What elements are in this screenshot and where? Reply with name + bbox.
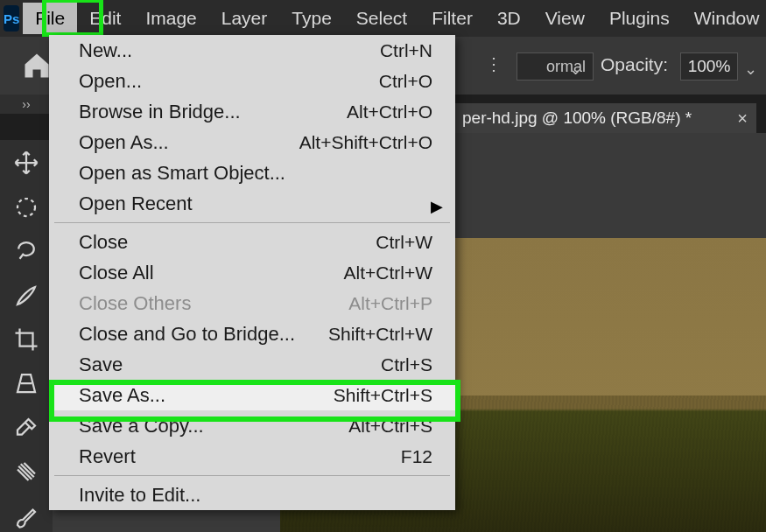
menu-file[interactable]: File <box>23 3 77 34</box>
perspective-tool[interactable] <box>9 368 44 399</box>
menu-separator <box>54 475 450 476</box>
chevron-down-icon: ⌄ <box>744 60 757 79</box>
move-tool[interactable] <box>9 147 44 178</box>
healing-tool[interactable] <box>9 456 44 487</box>
menu-item-label: Revert <box>79 445 401 468</box>
app-logo: Ps <box>4 5 19 32</box>
brush-soft-tool[interactable] <box>9 279 44 311</box>
menu-item-revert[interactable]: RevertF12 <box>49 441 455 472</box>
menu-item-label: Close Others <box>79 292 348 315</box>
menu-item-shortcut: Ctrl+W <box>376 232 432 253</box>
menu-item-open-as[interactable]: Open As...Alt+Shift+Ctrl+O <box>49 127 455 158</box>
expand-panels-button[interactable]: ›› <box>0 94 53 114</box>
menu-3d[interactable]: 3D <box>485 3 533 34</box>
menu-item-label: Save As... <box>79 384 334 407</box>
menu-item-label: Open as Smart Object... <box>79 162 432 185</box>
menu-item-label: Close All <box>79 262 343 284</box>
document-tab-title: per-hd.jpg @ 100% (RGB/8#) * <box>462 108 692 128</box>
menu-item-shortcut: Alt+Ctrl+W <box>343 262 432 284</box>
menu-item-shortcut: Shift+Ctrl+S <box>334 385 432 406</box>
menu-item-label: Close <box>79 231 376 254</box>
opacity-value[interactable]: 100% <box>680 52 738 80</box>
menu-image[interactable]: Image <box>133 3 208 34</box>
chevron-down-icon: ⌄ <box>569 60 582 79</box>
menu-item-close-all[interactable]: Close AllAlt+Ctrl+W <box>49 257 455 288</box>
document-tab[interactable]: per-hd.jpg @ 100% (RGB/8#) * × <box>455 103 756 133</box>
menu-bar: Ps FileEditImageLayerTypeSelectFilter3DV… <box>0 0 766 37</box>
menu-view[interactable]: View <box>533 3 597 34</box>
crop-tool[interactable] <box>9 324 44 355</box>
menu-item-shortcut: Shift+Ctrl+W <box>328 324 432 345</box>
menu-item-shortcut: Alt+Shift+Ctrl+O <box>299 132 432 153</box>
menu-select[interactable]: Select <box>344 3 419 34</box>
menu-type[interactable]: Type <box>279 3 344 34</box>
mode-ellipsis-icon: ⋮ <box>485 53 502 74</box>
menu-item-label: Save a Copy... <box>79 415 348 438</box>
menu-item-label: Invite to Edit... <box>79 484 432 507</box>
menu-filter[interactable]: Filter <box>419 3 485 34</box>
close-icon[interactable]: × <box>737 108 748 129</box>
menu-item-open-as-smart-object[interactable]: Open as Smart Object... <box>49 158 455 188</box>
lasso-tool[interactable] <box>9 235 44 267</box>
svg-point-0 <box>18 199 35 216</box>
photoshop-window: Ps FileEditImageLayerTypeSelectFilter3DV… <box>0 0 766 532</box>
menu-item-shortcut: Alt+Ctrl+O <box>347 102 432 122</box>
menu-item-save-a-copy[interactable]: Save a Copy...Alt+Ctrl+S <box>49 410 455 441</box>
marquee-tool[interactable] <box>9 191 44 222</box>
eyedropper-tool[interactable] <box>9 412 44 444</box>
menu-item-invite-to-edit[interactable]: Invite to Edit... <box>49 480 455 510</box>
file-menu-dropdown: New...Ctrl+NOpen...Ctrl+OBrowse in Bridg… <box>49 35 455 510</box>
menu-item-close-and-go-to-bridge[interactable]: Close and Go to Bridge...Shift+Ctrl+W <box>49 318 455 349</box>
menu-item-open-recent[interactable]: Open Recent▶ <box>49 188 455 219</box>
menu-item-shortcut: Ctrl+N <box>380 40 432 61</box>
menu-window[interactable]: Window <box>682 3 766 34</box>
menu-item-browse-in-bridge[interactable]: Browse in Bridge...Alt+Ctrl+O <box>49 96 455 127</box>
menu-edit[interactable]: Edit <box>77 3 133 34</box>
menu-item-label: Open As... <box>79 131 299 154</box>
menu-item-save-as[interactable]: Save As...Shift+Ctrl+S <box>49 380 455 410</box>
menu-item-open[interactable]: Open...Ctrl+O <box>49 66 455 96</box>
chevron-right-icon: ▶ <box>431 197 443 216</box>
menu-item-label: New... <box>79 39 380 62</box>
menu-item-label: Open... <box>79 70 379 93</box>
tool-palette <box>0 140 53 532</box>
menu-item-close[interactable]: CloseCtrl+W <box>49 227 455 257</box>
menu-item-label: Browse in Bridge... <box>79 101 347 123</box>
opacity-label: Opacity: <box>601 54 668 75</box>
menu-item-label: Open Recent <box>79 192 432 215</box>
menu-item-shortcut: Ctrl+S <box>381 354 432 375</box>
menu-item-shortcut: F12 <box>401 446 432 467</box>
menu-item-save[interactable]: SaveCtrl+S <box>49 349 455 380</box>
menu-item-close-others: Close OthersAlt+Ctrl+P <box>49 288 455 318</box>
menu-item-label: Save <box>79 354 381 376</box>
menu-layer[interactable]: Layer <box>209 3 280 34</box>
menu-item-new[interactable]: New...Ctrl+N <box>49 35 455 66</box>
menu-item-shortcut: Alt+Ctrl+P <box>348 293 432 314</box>
menu-item-shortcut: Ctrl+O <box>379 71 432 92</box>
menu-item-label: Close and Go to Bridge... <box>79 323 328 346</box>
menu-plugins[interactable]: Plugins <box>597 3 682 34</box>
menu-separator <box>54 222 450 223</box>
menu-item-shortcut: Alt+Ctrl+S <box>348 416 432 437</box>
paint-brush-tool[interactable] <box>9 500 44 532</box>
